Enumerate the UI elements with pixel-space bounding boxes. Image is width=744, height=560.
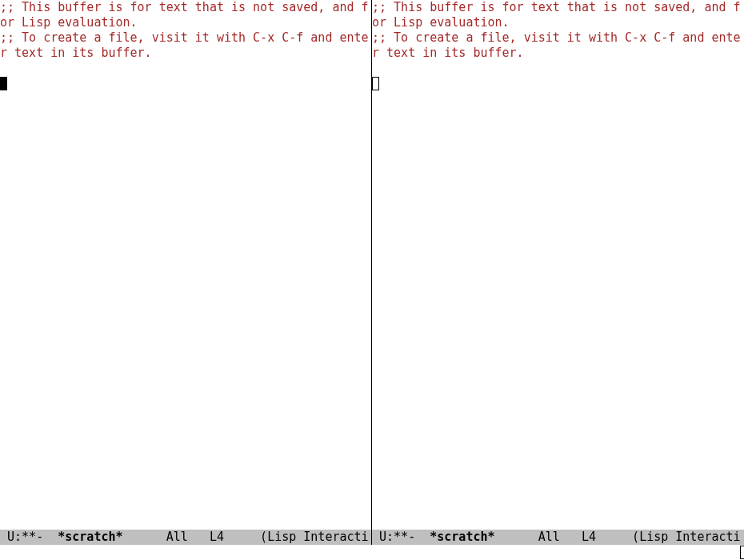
buffer-line: ;; This buffer is for text that is not s…: [0, 0, 369, 14]
buffer-left[interactable]: ;; This buffer is for text that is not s…: [0, 0, 371, 530]
buffer-line: ;; This buffer is for text that is not s…: [372, 0, 741, 14]
modeline-position-mode: All L4 (Lisp Interacti: [495, 530, 741, 544]
buffer-right[interactable]: ;; This buffer is for text that is not s…: [372, 0, 744, 530]
modeline-position-mode: All L4 (Lisp Interacti: [123, 530, 369, 544]
buffer-line: ;; To create a file, visit it with C-x C…: [372, 30, 741, 45]
minibuffer[interactable]: [0, 545, 744, 560]
buffer-line: ;; To create a file, visit it with C-x C…: [0, 30, 369, 45]
window-area: ;; This buffer is for text that is not s…: [0, 0, 744, 545]
inactive-cursor: [372, 77, 379, 90]
modeline-buffer-name: *scratch*: [58, 530, 122, 544]
modeline-status: U:**-: [0, 530, 58, 544]
fringe-indicator: [740, 546, 744, 559]
buffer-line: or Lisp evaluation.: [372, 15, 510, 30]
window-left[interactable]: ;; This buffer is for text that is not s…: [0, 0, 372, 545]
modeline-right[interactable]: U:**- *scratch* All L4 (Lisp Interacti: [372, 530, 744, 545]
point-cursor: [0, 77, 7, 90]
buffer-line: r text in its buffer.: [372, 46, 524, 60]
modeline-status: U:**-: [372, 530, 430, 544]
modeline-left[interactable]: U:**- *scratch* All L4 (Lisp Interacti: [0, 530, 371, 545]
window-right[interactable]: ;; This buffer is for text that is not s…: [372, 0, 744, 545]
modeline-buffer-name: *scratch*: [430, 530, 494, 544]
emacs-frame: ;; This buffer is for text that is not s…: [0, 0, 744, 560]
buffer-line: or Lisp evaluation.: [0, 15, 138, 30]
buffer-line: r text in its buffer.: [0, 46, 152, 60]
